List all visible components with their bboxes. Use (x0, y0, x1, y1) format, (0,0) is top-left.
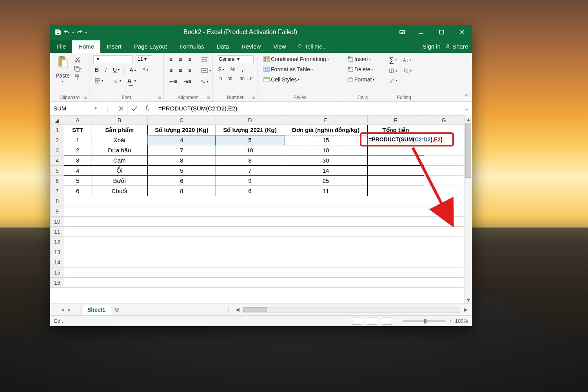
orientation-icon[interactable]: ⤡ ▾ (199, 78, 210, 85)
tab-formulas[interactable]: Formulas (173, 40, 211, 53)
hscroll-left-icon[interactable]: ◄ (234, 306, 241, 313)
tab-home[interactable]: Home (72, 40, 100, 53)
cell[interactable]: 6 (216, 186, 284, 196)
cell[interactable] (64, 247, 464, 257)
tab-file[interactable]: File (50, 40, 72, 53)
cell[interactable]: 14 (284, 166, 368, 176)
fill-icon[interactable]: ▾ (387, 67, 399, 74)
cell[interactable]: 3 (64, 155, 91, 166)
clear-icon[interactable]: ▾ (387, 77, 399, 84)
row-header[interactable]: 10 (51, 217, 64, 227)
scroll-down-icon[interactable]: ▾ (465, 296, 472, 303)
row-header[interactable]: 13 (51, 247, 64, 257)
row-header[interactable]: 16 (51, 278, 64, 288)
grow-font-button[interactable]: A▴ (128, 66, 138, 74)
cell[interactable] (368, 176, 424, 186)
format-painter-icon[interactable] (74, 74, 82, 80)
cell[interactable]: 9 (216, 176, 284, 186)
cell[interactable]: 5 (147, 166, 216, 176)
select-all-corner[interactable]: ◢ (51, 116, 64, 125)
cell[interactable]: 30 (284, 155, 368, 166)
align-bottom-icon[interactable]: ≡ (187, 56, 193, 63)
borders-button[interactable]: ▾ (93, 77, 105, 84)
font-size-select[interactable]: 11▾ (136, 55, 152, 63)
maximize-button[interactable] (431, 25, 452, 40)
view-page-layout-icon[interactable] (367, 318, 377, 325)
hscroll-right-icon[interactable]: ► (463, 306, 469, 313)
insert-function-button[interactable]: fx (141, 102, 154, 115)
row-header[interactable]: 11 (51, 227, 64, 237)
cell[interactable]: 4 (64, 166, 91, 176)
cell[interactable]: Ổi (91, 166, 147, 176)
zoom-slider[interactable] (403, 320, 446, 322)
cell[interactable]: 25 (284, 176, 368, 186)
col-header-D[interactable]: D (216, 116, 284, 125)
save-icon[interactable] (55, 29, 61, 35)
cell[interactable] (424, 176, 464, 186)
decrease-decimal-icon[interactable]: .00→.0 (237, 76, 254, 82)
col-header-E[interactable]: E (284, 116, 368, 125)
view-normal-icon[interactable] (352, 318, 362, 325)
row-header[interactable]: 3 (51, 145, 64, 155)
cell[interactable]: 7 (147, 145, 216, 155)
share-button[interactable]: Share (445, 43, 468, 50)
cell[interactable]: 6 (64, 186, 91, 196)
cell[interactable]: Chuối (91, 186, 147, 196)
tab-insert[interactable]: Insert (100, 40, 128, 53)
italic-button[interactable]: I (103, 66, 108, 74)
align-top-icon[interactable]: ≡ (168, 56, 174, 63)
cell[interactable]: 1 (64, 135, 91, 145)
cell[interactable]: Sản phẩm (91, 125, 147, 135)
autosum-icon[interactable]: ∑ ▾ (387, 55, 398, 65)
cell[interactable]: Bưởi (91, 176, 147, 186)
merge-center-icon[interactable]: ▾ (200, 67, 212, 74)
tell-me-search[interactable]: Tell me... (292, 43, 332, 53)
cell[interactable] (64, 227, 464, 237)
col-header-F[interactable]: F (368, 116, 424, 125)
enter-formula-button[interactable] (128, 102, 141, 115)
align-middle-icon[interactable]: ≡ (177, 56, 183, 63)
find-select-icon[interactable]: ▾ (402, 67, 413, 74)
scroll-up-icon[interactable]: ▴ (465, 115, 472, 123)
zoom-in-button[interactable]: + (449, 318, 452, 324)
cut-icon[interactable] (74, 57, 82, 63)
horizontal-scrollbar[interactable] (243, 307, 460, 313)
col-header-C[interactable]: C (147, 116, 216, 125)
cell[interactable]: 6 (147, 176, 216, 186)
align-center-icon[interactable]: ≡ (177, 67, 183, 74)
active-cell[interactable]: =PRODUCT(SUM(C2:D2),E2) (368, 135, 424, 145)
sheet-tab[interactable]: Sheet1 (82, 305, 111, 315)
cell[interactable] (64, 217, 464, 227)
row-header[interactable]: 9 (51, 206, 64, 217)
delete-cells-button[interactable]: Delete ▾ (346, 65, 379, 73)
tab-nav-next-icon[interactable]: ► (67, 307, 72, 313)
cell[interactable]: 8 (147, 155, 216, 166)
tab-nav-prev-icon[interactable]: ◄ (60, 307, 65, 313)
close-button[interactable] (452, 25, 472, 40)
font-color-button[interactable]: A ▾ (126, 77, 138, 85)
cell[interactable]: STT (64, 125, 91, 135)
font-dialog-icon[interactable]: ⧉ (158, 96, 161, 100)
undo-icon[interactable] (64, 29, 70, 35)
row-header[interactable]: 1 (51, 125, 64, 135)
row-header[interactable]: 12 (51, 237, 64, 247)
chevron-down-icon[interactable]: ▼ (94, 106, 98, 110)
sort-filter-icon[interactable]: A↓ ▾ (401, 57, 413, 64)
add-sheet-button[interactable]: ⊕ (111, 306, 123, 313)
cell[interactable] (368, 145, 424, 155)
scrollbar-thumb[interactable] (465, 123, 471, 178)
cancel-formula-button[interactable] (114, 102, 128, 115)
row-header[interactable]: 7 (51, 186, 64, 196)
formula-bar[interactable]: =PRODUCT(SUM(C2:D2),E2) (154, 102, 461, 115)
row-header[interactable]: 14 (51, 257, 64, 267)
redo-icon[interactable] (76, 29, 83, 35)
cell[interactable]: Số lượng 2020 (Kg) (147, 125, 216, 135)
cell[interactable]: 8 (147, 186, 216, 196)
increase-decimal-icon[interactable]: .0→.00 (217, 76, 234, 82)
spreadsheet-grid[interactable]: ◢ A B C D E F G 1 STT Sản phẩm Số lượng … (50, 115, 464, 303)
tab-data[interactable]: Data (210, 40, 235, 53)
row-header[interactable]: 8 (51, 196, 64, 206)
increase-indent-icon[interactable]: ⇥≡ (182, 78, 193, 85)
cell[interactable]: Tổng tiền (368, 125, 424, 135)
name-box[interactable]: SUM ▼ (50, 102, 101, 115)
